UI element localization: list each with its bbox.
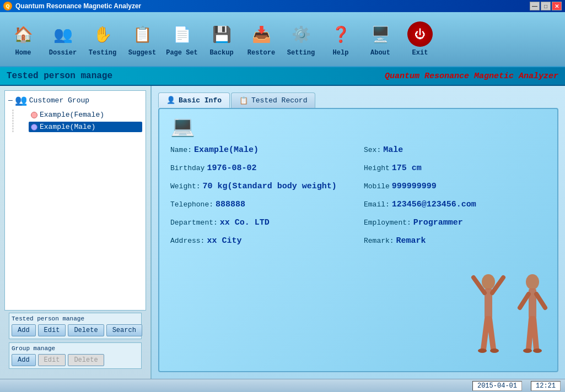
help-button[interactable]: ❓ Help bbox=[322, 15, 359, 63]
address-field: Address: xx City bbox=[170, 236, 353, 246]
dossier-label: Dossier bbox=[49, 49, 77, 57]
add-group-button[interactable]: Add bbox=[12, 354, 36, 366]
page-set-button[interactable]: 📄 Page Set bbox=[163, 15, 201, 63]
tab-basic-info[interactable]: 👤 Basic Info bbox=[158, 92, 230, 108]
delete-person-button[interactable]: Delete bbox=[68, 324, 104, 336]
status-time: 12:21 bbox=[531, 381, 561, 391]
svg-point-14 bbox=[523, 349, 532, 353]
add-person-button[interactable]: Add bbox=[12, 324, 36, 336]
search-person-button[interactable]: Search bbox=[106, 324, 142, 336]
tree-group: — 👥 Customer Group bbox=[8, 94, 142, 106]
info-grid: Name: Example(Male) Sex: Male Birthday 1… bbox=[170, 145, 546, 246]
department-value: xx Co. LTD bbox=[220, 218, 270, 227]
remark-label: Remark: bbox=[364, 237, 394, 245]
restore-label: Restore bbox=[247, 49, 275, 57]
info-card: 💻 Name: Example(Male) Sex: Male Birthday… bbox=[158, 108, 558, 372]
group-manage-section: Group manage Add Edit Delete bbox=[9, 342, 142, 369]
female-icon bbox=[31, 112, 37, 118]
about-icon: 🖥️ bbox=[368, 21, 393, 47]
testing-button[interactable]: ✋ Testing bbox=[84, 15, 121, 63]
group-section-title: Group manage bbox=[12, 345, 139, 352]
name-value: Example(Male) bbox=[194, 145, 259, 155]
mobile-field: Mobile 999999999 bbox=[364, 182, 546, 191]
collapse-icon[interactable]: — bbox=[8, 96, 13, 105]
help-label: Help bbox=[333, 49, 349, 57]
group-label: Customer Group bbox=[29, 96, 89, 105]
email-field: Email: 123456@123456.com bbox=[364, 200, 546, 209]
svg-point-6 bbox=[478, 349, 487, 353]
backup-label: Backup bbox=[209, 49, 233, 57]
tested-btn-row: Add Edit Delete Search bbox=[12, 324, 139, 336]
telephone-value: 888888 bbox=[216, 200, 245, 209]
email-value: 123456@123456.com bbox=[392, 200, 476, 209]
svg-line-5 bbox=[489, 319, 493, 349]
brand-label: Quantum Resonance Magnetic Analyzer bbox=[385, 72, 558, 81]
suggest-icon: 📋 bbox=[130, 21, 155, 47]
svg-point-0 bbox=[482, 274, 495, 290]
bottom-sections: Tested person manage Add Edit Delete Sea… bbox=[4, 311, 146, 374]
weight-value: 70 kg(Standard body weight) bbox=[203, 182, 337, 191]
title-bar-title: Quantum Resonance Magnetic Analyzer bbox=[15, 2, 141, 10]
tree-item-female[interactable]: Example(Female) bbox=[29, 110, 142, 120]
tested-section-title: Tested person manage bbox=[12, 315, 139, 322]
basic-info-tab-icon: 👤 bbox=[166, 96, 175, 105]
suggest-button[interactable]: 📋 Suggest bbox=[123, 15, 161, 63]
svg-point-7 bbox=[490, 349, 499, 353]
tab-tested-record[interactable]: 📋 Tested Record bbox=[231, 92, 315, 108]
home-icon: 🏠 bbox=[10, 21, 36, 47]
page-set-label: Page Set bbox=[166, 49, 198, 57]
employment-value: Programmer bbox=[413, 218, 463, 227]
basic-info-tab-label: Basic Info bbox=[179, 96, 222, 105]
page-header: Tested person manage Quantum Resonance M… bbox=[0, 67, 565, 86]
female-label: Example(Female) bbox=[40, 111, 104, 119]
title-bar-left: Q Quantum Resonance Magnetic Analyzer bbox=[3, 2, 141, 10]
department-label: Department: bbox=[170, 219, 218, 227]
svg-point-8 bbox=[526, 274, 539, 290]
exit-button[interactable]: ⏻ Exit bbox=[401, 15, 439, 63]
telephone-label: Telephone: bbox=[170, 200, 213, 209]
tree-item-male[interactable]: Example(Male) bbox=[29, 122, 142, 132]
dossier-icon: 👥 bbox=[50, 21, 76, 47]
dossier-button[interactable]: 👥 Dossier bbox=[44, 15, 82, 63]
remark-field: Remark: Remark bbox=[364, 236, 546, 246]
sex-field: Sex: Male bbox=[364, 145, 546, 155]
main-content: — 👥 Customer Group Example(Female) Examp… bbox=[0, 86, 565, 379]
svg-line-10 bbox=[520, 294, 529, 308]
svg-line-4 bbox=[483, 319, 487, 349]
maximize-button[interactable]: □ bbox=[541, 2, 551, 10]
sex-label: Sex: bbox=[364, 146, 381, 154]
restore-button[interactable]: 📥 Restore bbox=[243, 15, 280, 63]
about-button[interactable]: 🖥️ About bbox=[362, 15, 399, 63]
tab-bar: 👤 Basic Info 📋 Tested Record bbox=[158, 92, 558, 108]
svg-line-12 bbox=[529, 319, 531, 349]
title-bar-controls[interactable]: — □ ✕ bbox=[530, 2, 562, 10]
minimize-button[interactable]: — bbox=[530, 2, 540, 10]
edit-group-button[interactable]: Edit bbox=[38, 354, 66, 366]
weight-field: Weight: 70 kg(Standard body weight) bbox=[170, 182, 353, 191]
tree-branch: Example(Female) Example(Male) bbox=[13, 110, 142, 132]
svg-line-13 bbox=[534, 319, 536, 349]
app-icon: Q bbox=[3, 2, 12, 10]
edit-person-button[interactable]: Edit bbox=[38, 324, 66, 336]
home-button[interactable]: 🏠 Home bbox=[4, 15, 42, 63]
group-icon: 👥 bbox=[15, 94, 27, 106]
name-label: Name: bbox=[170, 146, 192, 154]
sex-value: Male bbox=[383, 145, 403, 155]
setting-icon: ⚙️ bbox=[288, 21, 314, 47]
about-label: About bbox=[370, 49, 390, 57]
backup-button[interactable]: 💾 Backup bbox=[203, 15, 240, 63]
anatomy-figure-2 bbox=[513, 272, 552, 366]
remark-value: Remark bbox=[396, 236, 426, 246]
delete-group-button[interactable]: Delete bbox=[68, 354, 104, 366]
page-set-icon: 📄 bbox=[169, 21, 195, 47]
tested-record-tab-icon: 📋 bbox=[239, 96, 248, 105]
setting-label: Setting bbox=[287, 49, 315, 57]
weight-label: Weight: bbox=[170, 182, 201, 190]
address-value: xx City bbox=[207, 236, 241, 246]
status-bar: 2015-04-01 12:21 bbox=[0, 379, 565, 392]
address-label: Address: bbox=[170, 237, 205, 245]
close-button[interactable]: ✕ bbox=[552, 2, 562, 10]
email-label: Email: bbox=[364, 200, 390, 209]
height-field: Height 175 cm bbox=[364, 164, 546, 173]
setting-button[interactable]: ⚙️ Setting bbox=[282, 15, 320, 63]
